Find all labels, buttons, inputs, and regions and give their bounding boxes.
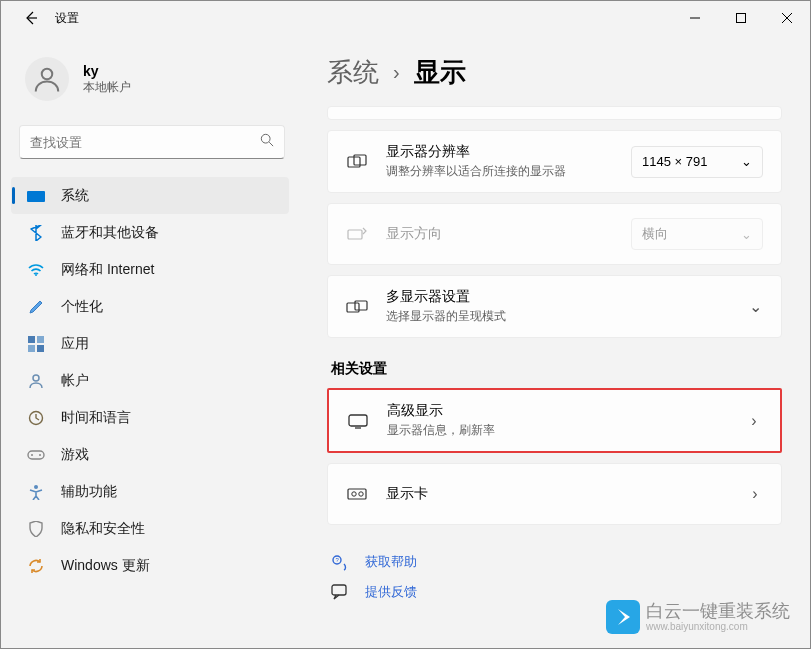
brush-icon bbox=[27, 298, 45, 316]
chevron-right-icon: › bbox=[747, 485, 763, 503]
chevron-down-icon: ⌄ bbox=[741, 227, 752, 242]
feedback-icon bbox=[331, 584, 349, 600]
card-sub: 调整分辨率以适合所连接的显示器 bbox=[386, 163, 613, 180]
resolution-select[interactable]: 1145 × 791 ⌄ bbox=[631, 146, 763, 178]
card-title: 显示卡 bbox=[386, 485, 729, 503]
svg-line-6 bbox=[269, 142, 273, 146]
svg-point-13 bbox=[33, 375, 39, 381]
profile-name: ky bbox=[83, 63, 131, 79]
svg-point-17 bbox=[39, 454, 41, 456]
sidebar-item-label: 应用 bbox=[61, 335, 89, 353]
card-empty-top bbox=[327, 106, 782, 120]
svg-point-4 bbox=[42, 69, 53, 80]
related-settings-header: 相关设置 bbox=[331, 360, 782, 378]
link-text: 获取帮助 bbox=[365, 553, 417, 571]
sidebar-item-label: 游戏 bbox=[61, 446, 89, 464]
svg-rect-12 bbox=[37, 345, 44, 352]
sidebar-item-accessibility[interactable]: 辅助功能 bbox=[11, 473, 289, 510]
search-input[interactable] bbox=[30, 135, 260, 150]
sidebar-item-time-language[interactable]: 时间和语言 bbox=[11, 399, 289, 436]
sidebar-item-label: 个性化 bbox=[61, 298, 103, 316]
watermark-url: www.baiyunxitong.com bbox=[646, 621, 790, 632]
sync-icon bbox=[27, 557, 45, 575]
orientation-select: 横向 ⌄ bbox=[631, 218, 763, 250]
card-multi-display[interactable]: 多显示器设置 选择显示器的呈现模式 ⌄ bbox=[327, 275, 782, 338]
sidebar-item-label: 隐私和安全性 bbox=[61, 520, 145, 538]
svg-point-28 bbox=[359, 492, 363, 496]
card-title: 显示器分辨率 bbox=[386, 143, 613, 161]
svg-rect-15 bbox=[28, 451, 44, 459]
card-advanced-display[interactable]: 高级显示 显示器信息，刷新率 › bbox=[327, 388, 782, 453]
sidebar-item-label: 系统 bbox=[61, 187, 89, 205]
svg-text:?: ? bbox=[336, 557, 340, 563]
svg-rect-22 bbox=[347, 303, 359, 312]
gamepad-icon bbox=[27, 446, 45, 464]
sidebar-item-network[interactable]: 网络和 Internet bbox=[11, 251, 289, 288]
sidebar-item-bluetooth[interactable]: 蓝牙和其他设备 bbox=[11, 214, 289, 251]
svg-rect-21 bbox=[348, 230, 362, 239]
close-button[interactable] bbox=[764, 2, 810, 34]
sidebar-item-system[interactable]: 系统 bbox=[11, 177, 289, 214]
svg-rect-7 bbox=[27, 191, 45, 202]
sidebar-item-personalization[interactable]: 个性化 bbox=[11, 288, 289, 325]
card-graphics[interactable]: 显示卡 › bbox=[327, 463, 782, 525]
sidebar-item-gaming[interactable]: 游戏 bbox=[11, 436, 289, 473]
chevron-right-icon: › bbox=[393, 61, 400, 84]
card-sub: 选择显示器的呈现模式 bbox=[386, 308, 729, 325]
help-icon: ? bbox=[331, 553, 349, 571]
card-resolution[interactable]: 显示器分辨率 调整分辨率以适合所连接的显示器 1145 × 791 ⌄ bbox=[327, 130, 782, 193]
svg-point-5 bbox=[261, 134, 270, 143]
graphics-icon bbox=[346, 486, 368, 502]
chevron-right-icon: › bbox=[746, 412, 762, 430]
watermark: 白云一键重装系统 www.baiyunxitong.com bbox=[606, 600, 790, 634]
profile-sub: 本地帐户 bbox=[83, 79, 131, 96]
svg-rect-11 bbox=[28, 345, 35, 352]
breadcrumb-parent[interactable]: 系统 bbox=[327, 55, 379, 90]
search-box[interactable] bbox=[19, 125, 285, 159]
svg-rect-1 bbox=[737, 14, 746, 23]
sidebar-item-windows-update[interactable]: Windows 更新 bbox=[11, 547, 289, 584]
card-orientation: 显示方向 横向 ⌄ bbox=[327, 203, 782, 265]
sidebar-item-privacy[interactable]: 隐私和安全性 bbox=[11, 510, 289, 547]
sidebar-item-label: 帐户 bbox=[61, 372, 89, 390]
sidebar-item-accounts[interactable]: 帐户 bbox=[11, 362, 289, 399]
svg-point-27 bbox=[352, 492, 356, 496]
card-title: 显示方向 bbox=[386, 225, 613, 243]
bluetooth-icon bbox=[27, 224, 45, 242]
avatar bbox=[25, 57, 69, 101]
profile-block[interactable]: ky 本地帐户 bbox=[11, 45, 299, 119]
search-icon bbox=[260, 133, 274, 151]
sidebar-item-apps[interactable]: 应用 bbox=[11, 325, 289, 362]
window-title: 设置 bbox=[55, 10, 79, 27]
back-button[interactable] bbox=[11, 2, 51, 34]
chevron-down-icon: ⌄ bbox=[741, 154, 752, 169]
svg-rect-23 bbox=[355, 301, 367, 310]
apps-icon bbox=[27, 335, 45, 353]
card-title: 多显示器设置 bbox=[386, 288, 729, 306]
chevron-down-icon: ⌄ bbox=[747, 297, 763, 316]
watermark-text: 白云一键重装系统 bbox=[646, 602, 790, 622]
svg-rect-9 bbox=[28, 336, 35, 343]
svg-point-8 bbox=[35, 274, 37, 276]
minimize-button[interactable] bbox=[672, 2, 718, 34]
system-icon bbox=[27, 187, 45, 205]
maximize-button[interactable] bbox=[718, 2, 764, 34]
sidebar-item-label: 时间和语言 bbox=[61, 409, 131, 427]
sidebar-item-label: 蓝牙和其他设备 bbox=[61, 224, 159, 242]
orientation-icon bbox=[346, 226, 368, 242]
card-sub: 显示器信息，刷新率 bbox=[387, 422, 728, 439]
sidebar-item-label: 辅助功能 bbox=[61, 483, 117, 501]
shield-icon bbox=[27, 520, 45, 538]
resolution-icon bbox=[346, 154, 368, 170]
monitor-icon bbox=[347, 413, 369, 429]
accessibility-icon bbox=[27, 483, 45, 501]
card-title: 高级显示 bbox=[387, 402, 728, 420]
svg-rect-10 bbox=[37, 336, 44, 343]
select-value: 横向 bbox=[642, 225, 668, 243]
help-link[interactable]: ? 获取帮助 bbox=[327, 547, 782, 577]
breadcrumb-current: 显示 bbox=[414, 55, 466, 90]
multi-display-icon bbox=[346, 299, 368, 315]
link-text: 提供反馈 bbox=[365, 583, 417, 601]
select-value: 1145 × 791 bbox=[642, 154, 707, 169]
wifi-icon bbox=[27, 261, 45, 279]
